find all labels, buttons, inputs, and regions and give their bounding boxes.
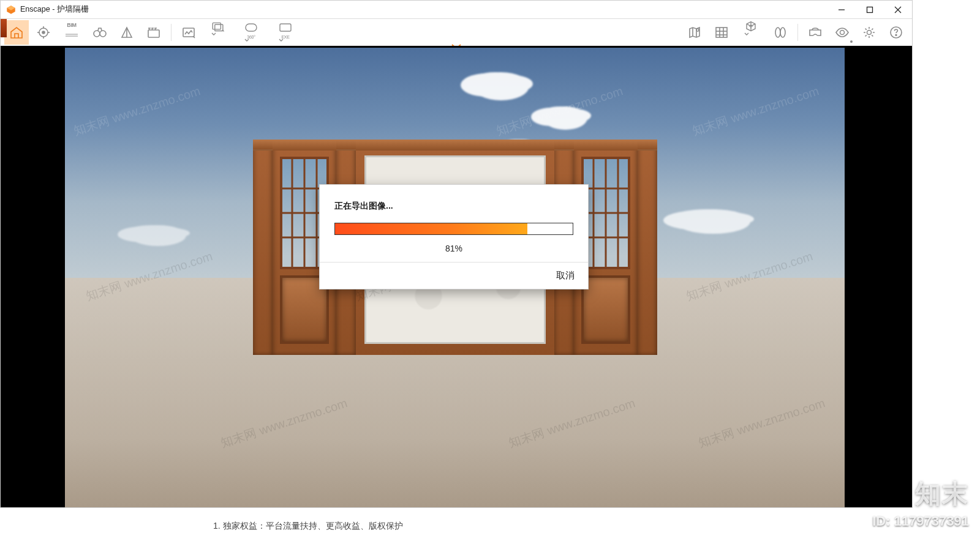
brand-watermark: 知末 xyxy=(915,477,969,511)
app-logo-icon xyxy=(6,4,17,15)
window-title: Enscape - 护墙隔栅 xyxy=(20,4,89,15)
dialog-title: 正在导出图像... xyxy=(334,201,573,212)
map-button[interactable] xyxy=(682,20,707,45)
svg-rect-26 xyxy=(716,28,727,37)
panorama-button[interactable]: 360° xyxy=(235,20,267,45)
app-window: Enscape - 护墙隔栅 BIM xyxy=(0,0,913,508)
progress-bar xyxy=(334,223,573,235)
cloud-icon xyxy=(470,72,519,93)
svg-rect-20 xyxy=(215,24,223,31)
screenshot-button[interactable] xyxy=(176,20,201,45)
progress-fill xyxy=(335,223,527,234)
svg-rect-21 xyxy=(246,24,257,31)
close-button[interactable] xyxy=(884,1,912,19)
progress-percent: 81% xyxy=(334,244,573,253)
perspective-button[interactable] xyxy=(115,20,139,45)
svg-point-33 xyxy=(840,30,845,34)
vr-button[interactable] xyxy=(803,20,827,45)
window-controls xyxy=(827,1,912,19)
binoculars-button[interactable] xyxy=(88,20,112,45)
video-button[interactable] xyxy=(141,20,166,45)
cancel-button[interactable]: 取消 xyxy=(556,270,575,281)
resource-id: ID: 1179737391 xyxy=(872,513,969,529)
visual-settings-button[interactable] xyxy=(830,20,854,45)
svg-point-14 xyxy=(94,31,100,37)
svg-rect-17 xyxy=(148,30,159,37)
svg-point-32 xyxy=(780,28,785,37)
toolbar-separator xyxy=(171,24,172,41)
footer-caption: 1. 独家权益：平台流量扶持、更高收益、版权保护 xyxy=(213,521,403,532)
cloud-icon xyxy=(673,209,741,226)
minimize-button[interactable] xyxy=(827,1,856,19)
chevron-down-icon xyxy=(244,38,259,45)
upload-button[interactable] xyxy=(736,20,766,45)
pillar xyxy=(253,140,273,355)
svg-rect-22 xyxy=(280,24,291,31)
cloud-icon xyxy=(541,106,578,122)
file-name: 护墙隔栅 xyxy=(57,5,89,13)
chevron-down-icon xyxy=(279,38,293,45)
help-button[interactable] xyxy=(884,20,908,45)
asset-library-button[interactable] xyxy=(709,20,734,45)
toolbar-separator xyxy=(797,24,798,41)
export-progress-dialog: 正在导出图像... 81% 取消 xyxy=(319,184,589,289)
svg-point-31 xyxy=(775,28,780,37)
chevron-down-icon xyxy=(744,32,759,45)
app-name: Enscape xyxy=(20,5,50,13)
maximize-button[interactable] xyxy=(856,1,884,19)
chevron-down-icon xyxy=(211,32,226,45)
svg-point-25 xyxy=(696,29,699,31)
cloud-icon xyxy=(127,225,176,239)
settings-button[interactable] xyxy=(857,20,881,45)
locate-button[interactable] xyxy=(31,20,56,45)
home-button[interactable] xyxy=(4,20,29,45)
svg-rect-19 xyxy=(213,23,221,29)
svg-point-34 xyxy=(867,30,872,34)
titlebar: Enscape - 护墙隔栅 xyxy=(1,1,912,19)
svg-point-7 xyxy=(42,31,45,34)
pillar xyxy=(638,140,657,355)
svg-point-36 xyxy=(895,34,897,35)
batch-render-button[interactable] xyxy=(203,20,233,45)
svg-point-15 xyxy=(100,31,106,37)
svg-rect-18 xyxy=(183,28,194,37)
exe-export-button[interactable]: EXE xyxy=(270,20,301,45)
dropdown-dot-icon xyxy=(850,40,853,43)
bim-button[interactable]: BIM xyxy=(58,20,85,45)
left-accent-tab xyxy=(1,19,7,37)
collab-button[interactable] xyxy=(768,20,793,45)
svg-rect-3 xyxy=(867,7,873,12)
